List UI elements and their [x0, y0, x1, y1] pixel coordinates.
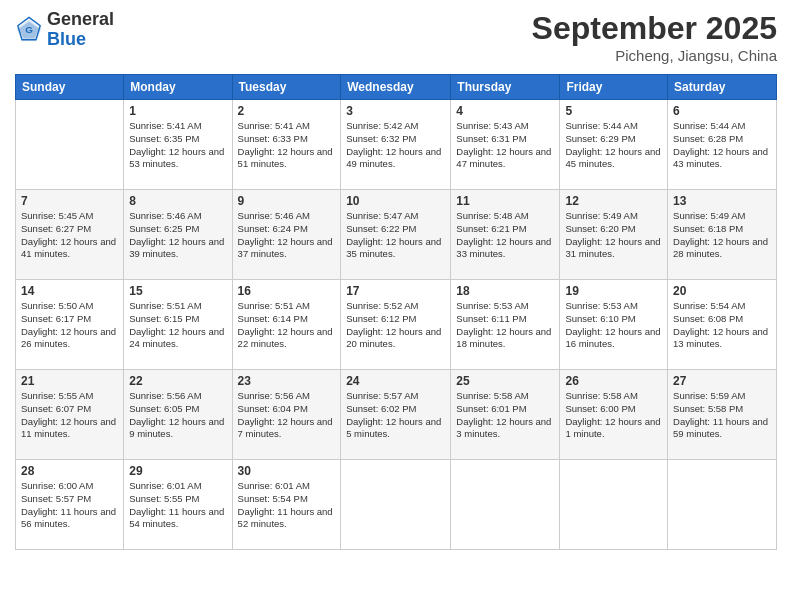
- day-info: Sunrise: 6:01 AMSunset: 5:55 PMDaylight:…: [129, 480, 226, 531]
- day-info: Sunrise: 5:47 AMSunset: 6:22 PMDaylight:…: [346, 210, 445, 261]
- col-thursday: Thursday: [451, 75, 560, 100]
- calendar-week-5: 28Sunrise: 6:00 AMSunset: 5:57 PMDayligh…: [16, 460, 777, 550]
- day-number: 8: [129, 194, 226, 208]
- table-row: 15Sunrise: 5:51 AMSunset: 6:15 PMDayligh…: [124, 280, 232, 370]
- day-number: 17: [346, 284, 445, 298]
- table-row: 30Sunrise: 6:01 AMSunset: 5:54 PMDayligh…: [232, 460, 341, 550]
- day-number: 16: [238, 284, 336, 298]
- table-row: [16, 100, 124, 190]
- table-row: [341, 460, 451, 550]
- calendar-week-3: 14Sunrise: 5:50 AMSunset: 6:17 PMDayligh…: [16, 280, 777, 370]
- table-row: 11Sunrise: 5:48 AMSunset: 6:21 PMDayligh…: [451, 190, 560, 280]
- table-row: 25Sunrise: 5:58 AMSunset: 6:01 PMDayligh…: [451, 370, 560, 460]
- table-row: 1Sunrise: 5:41 AMSunset: 6:35 PMDaylight…: [124, 100, 232, 190]
- table-row: [668, 460, 777, 550]
- day-info: Sunrise: 5:55 AMSunset: 6:07 PMDaylight:…: [21, 390, 118, 441]
- table-row: 2Sunrise: 5:41 AMSunset: 6:33 PMDaylight…: [232, 100, 341, 190]
- table-row: 4Sunrise: 5:43 AMSunset: 6:31 PMDaylight…: [451, 100, 560, 190]
- day-info: Sunrise: 6:00 AMSunset: 5:57 PMDaylight:…: [21, 480, 118, 531]
- day-info: Sunrise: 5:44 AMSunset: 6:28 PMDaylight:…: [673, 120, 771, 171]
- day-number: 7: [21, 194, 118, 208]
- table-row: 5Sunrise: 5:44 AMSunset: 6:29 PMDaylight…: [560, 100, 668, 190]
- calendar-week-4: 21Sunrise: 5:55 AMSunset: 6:07 PMDayligh…: [16, 370, 777, 460]
- day-info: Sunrise: 5:41 AMSunset: 6:33 PMDaylight:…: [238, 120, 336, 171]
- table-row: 26Sunrise: 5:58 AMSunset: 6:00 PMDayligh…: [560, 370, 668, 460]
- day-number: 29: [129, 464, 226, 478]
- day-number: 25: [456, 374, 554, 388]
- col-saturday: Saturday: [668, 75, 777, 100]
- col-tuesday: Tuesday: [232, 75, 341, 100]
- page-container: G General Blue September 2025 Picheng, J…: [0, 0, 792, 612]
- table-row: 22Sunrise: 5:56 AMSunset: 6:05 PMDayligh…: [124, 370, 232, 460]
- day-info: Sunrise: 5:58 AMSunset: 6:00 PMDaylight:…: [565, 390, 662, 441]
- day-info: Sunrise: 5:59 AMSunset: 5:58 PMDaylight:…: [673, 390, 771, 441]
- logo-icon: G: [15, 16, 43, 44]
- day-info: Sunrise: 5:56 AMSunset: 6:05 PMDaylight:…: [129, 390, 226, 441]
- table-row: 16Sunrise: 5:51 AMSunset: 6:14 PMDayligh…: [232, 280, 341, 370]
- day-number: 5: [565, 104, 662, 118]
- col-sunday: Sunday: [16, 75, 124, 100]
- day-info: Sunrise: 5:51 AMSunset: 6:15 PMDaylight:…: [129, 300, 226, 351]
- table-row: 7Sunrise: 5:45 AMSunset: 6:27 PMDaylight…: [16, 190, 124, 280]
- title-section: September 2025 Picheng, Jiangsu, China: [532, 10, 777, 64]
- calendar-table: Sunday Monday Tuesday Wednesday Thursday…: [15, 74, 777, 550]
- day-number: 20: [673, 284, 771, 298]
- col-friday: Friday: [560, 75, 668, 100]
- day-number: 6: [673, 104, 771, 118]
- day-info: Sunrise: 5:56 AMSunset: 6:04 PMDaylight:…: [238, 390, 336, 441]
- logo: G General Blue: [15, 10, 114, 50]
- table-row: 21Sunrise: 5:55 AMSunset: 6:07 PMDayligh…: [16, 370, 124, 460]
- table-row: 13Sunrise: 5:49 AMSunset: 6:18 PMDayligh…: [668, 190, 777, 280]
- table-row: 28Sunrise: 6:00 AMSunset: 5:57 PMDayligh…: [16, 460, 124, 550]
- day-number: 15: [129, 284, 226, 298]
- page-header: G General Blue September 2025 Picheng, J…: [15, 10, 777, 64]
- day-number: 3: [346, 104, 445, 118]
- day-info: Sunrise: 5:50 AMSunset: 6:17 PMDaylight:…: [21, 300, 118, 351]
- day-info: Sunrise: 5:53 AMSunset: 6:10 PMDaylight:…: [565, 300, 662, 351]
- table-row: 14Sunrise: 5:50 AMSunset: 6:17 PMDayligh…: [16, 280, 124, 370]
- day-number: 26: [565, 374, 662, 388]
- day-number: 24: [346, 374, 445, 388]
- table-row: 24Sunrise: 5:57 AMSunset: 6:02 PMDayligh…: [341, 370, 451, 460]
- table-row: 19Sunrise: 5:53 AMSunset: 6:10 PMDayligh…: [560, 280, 668, 370]
- day-number: 28: [21, 464, 118, 478]
- table-row: [451, 460, 560, 550]
- day-info: Sunrise: 5:51 AMSunset: 6:14 PMDaylight:…: [238, 300, 336, 351]
- day-info: Sunrise: 5:46 AMSunset: 6:24 PMDaylight:…: [238, 210, 336, 261]
- table-row: 3Sunrise: 5:42 AMSunset: 6:32 PMDaylight…: [341, 100, 451, 190]
- table-row: [560, 460, 668, 550]
- logo-general-text: General: [47, 9, 114, 29]
- table-row: 9Sunrise: 5:46 AMSunset: 6:24 PMDaylight…: [232, 190, 341, 280]
- day-info: Sunrise: 5:53 AMSunset: 6:11 PMDaylight:…: [456, 300, 554, 351]
- day-info: Sunrise: 5:41 AMSunset: 6:35 PMDaylight:…: [129, 120, 226, 171]
- day-number: 9: [238, 194, 336, 208]
- table-row: 27Sunrise: 5:59 AMSunset: 5:58 PMDayligh…: [668, 370, 777, 460]
- table-row: 10Sunrise: 5:47 AMSunset: 6:22 PMDayligh…: [341, 190, 451, 280]
- table-row: 20Sunrise: 5:54 AMSunset: 6:08 PMDayligh…: [668, 280, 777, 370]
- day-number: 23: [238, 374, 336, 388]
- day-number: 14: [21, 284, 118, 298]
- day-number: 30: [238, 464, 336, 478]
- day-number: 21: [21, 374, 118, 388]
- logo-blue-text: Blue: [47, 29, 86, 49]
- table-row: 23Sunrise: 5:56 AMSunset: 6:04 PMDayligh…: [232, 370, 341, 460]
- day-number: 12: [565, 194, 662, 208]
- day-number: 19: [565, 284, 662, 298]
- day-info: Sunrise: 5:58 AMSunset: 6:01 PMDaylight:…: [456, 390, 554, 441]
- day-info: Sunrise: 5:43 AMSunset: 6:31 PMDaylight:…: [456, 120, 554, 171]
- day-number: 2: [238, 104, 336, 118]
- day-info: Sunrise: 5:48 AMSunset: 6:21 PMDaylight:…: [456, 210, 554, 261]
- calendar-header-row: Sunday Monday Tuesday Wednesday Thursday…: [16, 75, 777, 100]
- day-info: Sunrise: 6:01 AMSunset: 5:54 PMDaylight:…: [238, 480, 336, 531]
- day-info: Sunrise: 5:57 AMSunset: 6:02 PMDaylight:…: [346, 390, 445, 441]
- table-row: 12Sunrise: 5:49 AMSunset: 6:20 PMDayligh…: [560, 190, 668, 280]
- calendar-week-2: 7Sunrise: 5:45 AMSunset: 6:27 PMDaylight…: [16, 190, 777, 280]
- table-row: 6Sunrise: 5:44 AMSunset: 6:28 PMDaylight…: [668, 100, 777, 190]
- calendar-week-1: 1Sunrise: 5:41 AMSunset: 6:35 PMDaylight…: [16, 100, 777, 190]
- location: Picheng, Jiangsu, China: [532, 47, 777, 64]
- day-info: Sunrise: 5:52 AMSunset: 6:12 PMDaylight:…: [346, 300, 445, 351]
- day-number: 10: [346, 194, 445, 208]
- table-row: 18Sunrise: 5:53 AMSunset: 6:11 PMDayligh…: [451, 280, 560, 370]
- day-number: 13: [673, 194, 771, 208]
- month-title: September 2025: [532, 10, 777, 47]
